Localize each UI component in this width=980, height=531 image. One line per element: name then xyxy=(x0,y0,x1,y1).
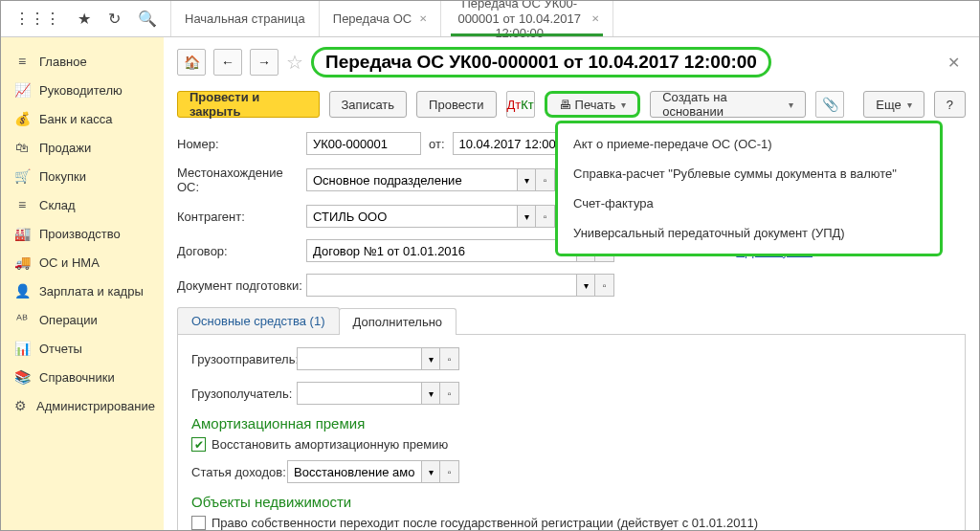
post-button[interactable]: Провести xyxy=(416,91,497,118)
dropdown-icon[interactable]: ▾ xyxy=(517,205,536,228)
location-field[interactable] xyxy=(306,168,517,191)
location-label: Местонахождение ОС: xyxy=(177,166,306,194)
sidebar-item-bank[interactable]: 💰Банк и касса xyxy=(1,104,164,133)
sender-label: Грузоотправитель: xyxy=(191,352,297,366)
bag-icon: 🛍 xyxy=(14,140,30,155)
tab-additional[interactable]: Дополнительно xyxy=(339,308,457,335)
report-icon: 📊 xyxy=(14,341,30,356)
sidebar-item-catalogs[interactable]: 📚Справочники xyxy=(1,363,164,391)
close-form-button[interactable]: ✕ xyxy=(942,54,966,72)
sender-field[interactable] xyxy=(297,347,421,370)
print-button[interactable]: 🖶Печать▾ xyxy=(545,91,641,118)
chart-icon: 📈 xyxy=(14,82,30,98)
truck-icon: 🚚 xyxy=(14,254,30,270)
prepdoc-field[interactable] xyxy=(306,274,576,297)
sidebar-item-main[interactable]: ≡Главное xyxy=(1,47,164,76)
tab-transfer-doc[interactable]: Передача ОС УК00-000001 от 10.04.2017 12… xyxy=(441,1,613,36)
star-icon[interactable]: ★ xyxy=(78,10,91,28)
cart-icon: 🛒 xyxy=(14,168,30,184)
receiver-field[interactable] xyxy=(297,382,421,405)
sidebar: ≡Главное 📈Руководителю 💰Банк и касса 🛍Пр… xyxy=(1,37,164,530)
forward-button[interactable]: → xyxy=(250,49,278,76)
sidebar-item-reports[interactable]: 📊Отчеты xyxy=(1,334,164,363)
search-icon[interactable]: 🔍 xyxy=(138,10,157,28)
sidebar-item-os[interactable]: 🚚ОС и НМА xyxy=(1,248,164,277)
close-icon[interactable]: ✕ xyxy=(591,13,599,24)
person-icon: 👤 xyxy=(14,283,30,299)
contract-field[interactable] xyxy=(306,239,576,262)
open-icon[interactable]: ▫ xyxy=(440,460,459,483)
tab-body: Грузоотправитель: ▾▫ Грузополучатель: ▾▫… xyxy=(177,335,966,530)
boxes-icon: ≡ xyxy=(14,197,30,212)
restore-amort-label: Восстановить амортизационную премию xyxy=(212,437,448,452)
sidebar-item-purchases[interactable]: 🛒Покупки xyxy=(1,162,164,190)
dt-kt-button[interactable]: ДтКт xyxy=(506,91,535,118)
dropdown-icon[interactable]: ▾ xyxy=(517,168,536,191)
home-button[interactable]: 🏠 xyxy=(177,49,206,76)
sidebar-item-label: Производство xyxy=(39,227,121,241)
prepdoc-label: Документ подготовки: xyxy=(177,278,306,293)
restore-amort-checkbox[interactable]: ✔ xyxy=(191,437,206,452)
gear-icon: ⚙ xyxy=(14,398,27,413)
sidebar-item-label: Главное xyxy=(39,55,87,69)
sidebar-item-salary[interactable]: 👤Зарплата и кадры xyxy=(1,277,164,305)
tab-home[interactable]: Начальная страница xyxy=(171,1,320,36)
help-button[interactable]: ? xyxy=(934,91,966,118)
print-menu-item[interactable]: Счет-фактура xyxy=(558,188,940,218)
open-icon[interactable]: ▫ xyxy=(536,205,555,228)
page-title: Передача ОС УК00-000001 от 10.04.2017 12… xyxy=(311,47,771,77)
receiver-label: Грузополучатель: xyxy=(191,387,297,401)
open-icon[interactable]: ▫ xyxy=(536,168,555,191)
top-bar: ⋮⋮⋮ ★ ↻ 🔍 Начальная страница Передача ОС… xyxy=(1,1,979,37)
top-icon-group: ⋮⋮⋮ ★ ↻ 🔍 xyxy=(1,1,171,36)
back-button[interactable]: ← xyxy=(213,49,242,76)
sidebar-item-label: Руководителю xyxy=(39,83,122,98)
ownership-checkbox[interactable]: ✔ xyxy=(191,516,206,530)
income-label: Статья доходов: xyxy=(191,465,287,479)
open-icon[interactable]: ▫ xyxy=(440,382,459,405)
section-realty: Объекты недвижимости xyxy=(191,494,951,510)
dropdown-icon[interactable]: ▾ xyxy=(421,347,440,370)
sidebar-item-label: ОС и НМА xyxy=(39,255,100,270)
print-menu-item[interactable]: Акт о приеме-передаче ОС (ОС-1) xyxy=(558,129,940,159)
open-icon[interactable]: ▫ xyxy=(440,347,459,370)
sidebar-item-label: Администрирование xyxy=(36,399,155,413)
print-menu-item[interactable]: Универсальный передаточный документ (УПД… xyxy=(558,218,940,248)
income-field[interactable] xyxy=(287,460,421,483)
dropdown-icon[interactable]: ▾ xyxy=(421,460,440,483)
number-field[interactable] xyxy=(306,132,421,155)
money-icon: 💰 xyxy=(14,111,30,126)
open-icon[interactable]: ▫ xyxy=(595,274,614,297)
sidebar-item-label: Отчеты xyxy=(39,342,82,356)
attach-button[interactable]: 📎 xyxy=(815,91,844,118)
sidebar-item-label: Покупки xyxy=(39,169,86,184)
tab-fixed-assets[interactable]: Основные средства (1) xyxy=(177,307,340,334)
sidebar-item-sales[interactable]: 🛍Продажи xyxy=(1,133,164,162)
counterparty-field[interactable] xyxy=(306,205,517,228)
favorite-star-icon[interactable]: ☆ xyxy=(286,51,303,74)
window-tabs: Начальная страница Передача ОС✕ Передача… xyxy=(171,1,613,36)
more-button[interactable]: Еще▾ xyxy=(863,91,924,118)
books-icon: 📚 xyxy=(14,369,30,385)
counterparty-label: Контрагент: xyxy=(177,210,306,224)
dropdown-icon[interactable]: ▾ xyxy=(421,382,440,405)
save-button[interactable]: Записать xyxy=(329,91,408,118)
sidebar-item-stock[interactable]: ≡Склад xyxy=(1,190,164,219)
sidebar-item-label: Склад xyxy=(39,198,76,212)
sidebar-item-label: Справочники xyxy=(39,370,115,385)
main-area: 🏠 ← → ☆ Передача ОС УК00-000001 от 10.04… xyxy=(164,37,979,530)
sidebar-item-operations[interactable]: ᴬᴮОперации xyxy=(1,305,164,334)
sidebar-item-admin[interactable]: ⚙Администрирование xyxy=(1,391,164,420)
sidebar-item-production[interactable]: 🏭Производство xyxy=(1,219,164,248)
print-menu-item[interactable]: Справка-расчет "Рублевые суммы документа… xyxy=(558,159,940,188)
ownership-label: Право собственности переходит после госу… xyxy=(212,516,758,530)
close-icon[interactable]: ✕ xyxy=(419,13,427,24)
sidebar-item-manager[interactable]: 📈Руководителю xyxy=(1,76,164,104)
apps-icon[interactable]: ⋮⋮⋮ xyxy=(14,10,60,28)
dropdown-icon[interactable]: ▾ xyxy=(576,274,595,297)
section-amort: Амортизационная премия xyxy=(191,415,951,431)
tab-transfer-list[interactable]: Передача ОС✕ xyxy=(320,1,441,36)
post-and-close-button[interactable]: Провести и закрыть xyxy=(177,91,320,118)
history-icon[interactable]: ↻ xyxy=(108,10,121,28)
create-based-button[interactable]: Создать на основании▾ xyxy=(650,91,806,118)
